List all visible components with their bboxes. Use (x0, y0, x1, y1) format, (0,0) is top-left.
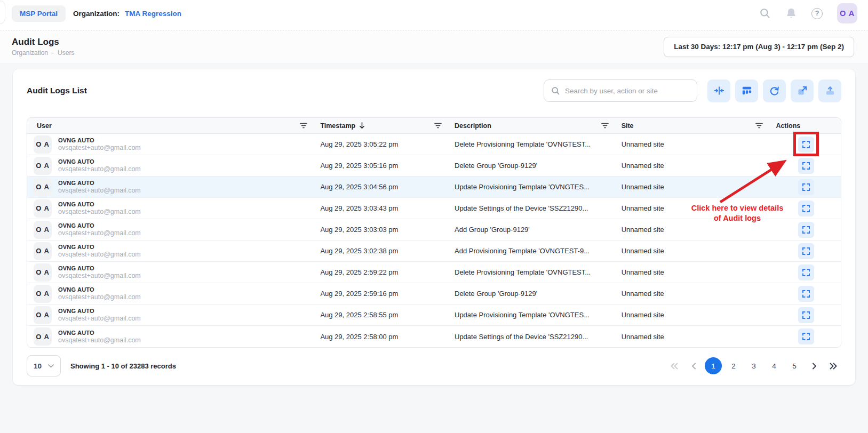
page-button-3[interactable]: 3 (745, 357, 762, 374)
sidebar-collapse-handle[interactable] (0, 1, 5, 24)
chevron-down-icon (48, 364, 54, 368)
user-email: ovsqatest+auto@gmail.com (58, 208, 141, 215)
choose-columns-button[interactable] (735, 79, 758, 102)
row-avatar: O A (34, 242, 52, 260)
previous-page-button[interactable] (686, 358, 702, 374)
view-details-button[interactable] (798, 286, 814, 302)
site-cell: Unnamed site (617, 311, 772, 319)
view-details-button[interactable] (798, 243, 814, 259)
organization-label: Organization: (73, 10, 120, 18)
user-cell: O A OVNG AUTO ovsqatest+auto@gmail.com (27, 306, 316, 324)
next-page-button[interactable] (806, 358, 822, 374)
row-avatar: O A (34, 135, 52, 154)
description-cell: Delete Group 'Group-9129' (450, 162, 617, 170)
search-input-icon (551, 86, 560, 95)
site-cell: Unnamed site (617, 204, 772, 212)
breadcrumb-item-users: Users (58, 49, 74, 57)
last-page-button[interactable] (825, 358, 841, 374)
export-button[interactable] (818, 79, 841, 102)
user-cell: O A OVNG AUTO ovsqatest+auto@gmail.com (27, 221, 316, 239)
row-avatar: O A (34, 178, 52, 196)
page-numbers: 12345 (705, 357, 803, 374)
user-cell: O A OVNG AUTO ovsqatest+auto@gmail.com (27, 157, 316, 175)
refresh-button[interactable] (763, 79, 786, 102)
timestamp-cell: Aug 29, 2025 3:02:38 pm (316, 247, 450, 255)
column-header-user[interactable]: User (27, 118, 316, 133)
timestamp-cell: Aug 29, 2025 2:58:00 pm (316, 333, 450, 341)
card-footer: 10 Showing 1 - 10 of 23283 records (27, 355, 841, 376)
page-button-4[interactable]: 4 (766, 357, 783, 374)
row-avatar: O A (34, 157, 52, 175)
column-header-timestamp[interactable]: Timestamp (316, 118, 450, 133)
msp-portal-button[interactable]: MSP Portal (12, 5, 66, 22)
description-cell: Add Provisioning Template 'OVNGTEST-9... (450, 247, 617, 255)
description-cell: Update Settings of the Device 'SSZ21290.… (450, 204, 617, 212)
site-cell: Unnamed site (617, 268, 772, 276)
date-range-picker[interactable]: Last 30 Days: 12:17 pm (Aug 3) - 12:17 p… (664, 37, 854, 57)
page-button-2[interactable]: 2 (725, 357, 742, 374)
column-label: User (37, 122, 52, 130)
table-row: O A OVNG AUTO ovsqatest+auto@gmail.com A… (27, 219, 841, 240)
records-count-text: Showing 1 - 10 of 23283 records (70, 362, 176, 370)
table-header-row: User Timestamp (27, 118, 841, 134)
notifications-bell-icon[interactable] (785, 7, 797, 20)
filter-icon[interactable] (433, 122, 443, 130)
top-bar: MSP Portal Organization: TMA Regression … (0, 0, 868, 30)
user-email: ovsqatest+auto@gmail.com (58, 165, 141, 173)
view-details-button[interactable] (798, 222, 814, 238)
user-name: OVNG AUTO (58, 137, 141, 143)
table-body: O A OVNG AUTO ovsqatest+auto@gmail.com A… (27, 134, 841, 347)
user-name: OVNG AUTO (58, 286, 141, 293)
audit-logs-table: User Timestamp (27, 117, 841, 348)
view-details-button[interactable] (798, 158, 814, 174)
filter-icon[interactable] (600, 122, 610, 130)
timestamp-cell: Aug 29, 2025 3:05:16 pm (316, 162, 450, 170)
view-details-button[interactable] (798, 307, 814, 323)
user-cell: O A OVNG AUTO ovsqatest+auto@gmail.com (27, 199, 316, 218)
breadcrumb: Organization - Users (12, 49, 74, 57)
page-header: Audit Logs Organization - Users Last 30 … (0, 30, 868, 63)
column-header-site[interactable]: Site (617, 118, 772, 133)
user-cell: O A OVNG AUTO ovsqatest+auto@gmail.com (27, 242, 316, 260)
user-name: OVNG AUTO (58, 158, 141, 165)
search-input[interactable] (565, 87, 690, 95)
column-header-description[interactable]: Description (450, 118, 617, 133)
user-email: ovsqatest+auto@gmail.com (58, 315, 141, 322)
user-cell: O A OVNG AUTO ovsqatest+auto@gmail.com (27, 178, 316, 196)
site-cell: Unnamed site (617, 162, 772, 170)
search-icon[interactable] (759, 7, 771, 19)
view-details-button[interactable] (798, 201, 814, 217)
user-name: OVNG AUTO (58, 265, 141, 271)
timestamp-cell: Aug 29, 2025 2:59:22 pm (316, 268, 450, 276)
user-avatar[interactable]: O A (837, 3, 857, 23)
card-toolbar: Audit Logs List (27, 79, 841, 102)
column-label: Description (455, 122, 491, 130)
view-details-button[interactable] (798, 328, 814, 344)
row-avatar: O A (34, 306, 52, 324)
filter-icon[interactable] (299, 122, 308, 130)
user-name: OVNG AUTO (58, 244, 141, 250)
user-name: OVNG AUTO (58, 180, 141, 186)
table-row: O A OVNG AUTO ovsqatest+auto@gmail.com A… (27, 134, 841, 155)
view-details-button[interactable] (798, 264, 814, 280)
timestamp-cell: Aug 29, 2025 2:59:16 pm (316, 290, 450, 298)
organization-name-link[interactable]: TMA Regression (125, 10, 181, 18)
user-name: OVNG AUTO (58, 308, 141, 314)
collapse-columns-button[interactable] (707, 79, 730, 102)
view-details-button[interactable] (798, 179, 814, 195)
help-icon[interactable]: ? (811, 8, 823, 19)
user-email: ovsqatest+auto@gmail.com (58, 251, 141, 258)
timestamp-cell: Aug 29, 2025 3:04:56 pm (316, 183, 450, 191)
page-button-1[interactable]: 1 (705, 357, 722, 374)
first-page-button[interactable] (666, 358, 682, 374)
site-cell: Unnamed site (617, 140, 772, 148)
column-label: Actions (776, 122, 800, 130)
page-size-select[interactable]: 10 (27, 355, 61, 376)
view-details-button[interactable] (798, 137, 814, 153)
user-name: OVNG AUTO (58, 330, 141, 336)
user-cell: O A OVNG AUTO ovsqatest+auto@gmail.com (27, 263, 316, 282)
open-in-new-button[interactable] (791, 79, 814, 102)
filter-icon[interactable] (754, 122, 764, 130)
page-button-5[interactable]: 5 (786, 357, 803, 374)
user-email: ovsqatest+auto@gmail.com (58, 336, 141, 344)
